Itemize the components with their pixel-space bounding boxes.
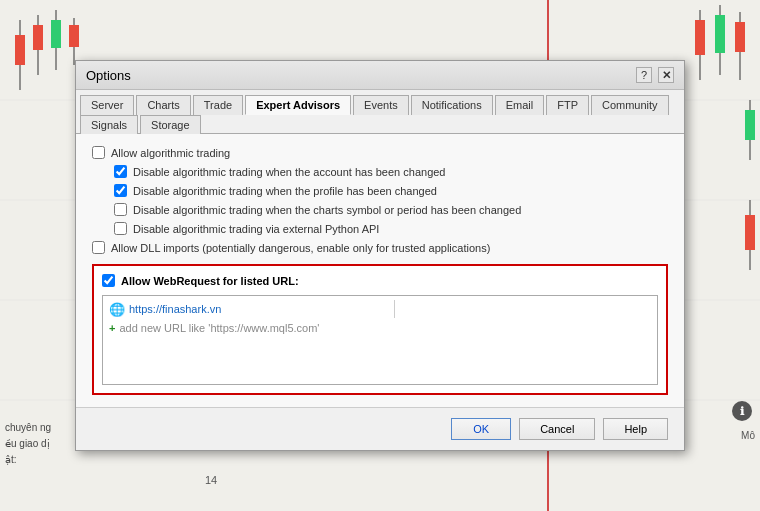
- label-disable-profile-change: Disable algorithmic trading when the pro…: [133, 185, 437, 197]
- plus-icon: +: [109, 322, 115, 334]
- tab-ftp[interactable]: FTP: [546, 95, 589, 115]
- option-disable-symbol-change: Disable algorithmic trading when the cha…: [92, 203, 668, 216]
- option-disable-python-api: Disable algorithmic trading via external…: [92, 222, 668, 235]
- url-list-container: 🌐 https://finashark.vn + add new URL lik…: [102, 295, 658, 385]
- tab-charts[interactable]: Charts: [136, 95, 190, 115]
- url-section: Allow WebRequest for listed URL: 🌐 https…: [92, 264, 668, 395]
- tab-community[interactable]: Community: [591, 95, 669, 115]
- label-disable-python-api: Disable algorithmic trading via external…: [133, 223, 379, 235]
- dialog-title: Options: [86, 68, 131, 83]
- globe-icon: 🌐: [109, 302, 125, 317]
- checkbox-allow-dll-imports[interactable]: [92, 241, 105, 254]
- option-disable-account-change: Disable algorithmic trading when the acc…: [92, 165, 668, 178]
- dialog-footer: OK Cancel Help: [76, 407, 684, 450]
- ok-button[interactable]: OK: [451, 418, 511, 440]
- url-header: Allow WebRequest for listed URL:: [102, 274, 658, 287]
- label-allow-webrequest: Allow WebRequest for listed URL:: [121, 275, 299, 287]
- dialog-controls: ? ✕: [636, 67, 674, 83]
- help-button[interactable]: Help: [603, 418, 668, 440]
- tab-expert-advisors[interactable]: Expert Advisors: [245, 95, 351, 115]
- tab-trade[interactable]: Trade: [193, 95, 243, 115]
- url-add-row[interactable]: + add new URL like 'https://www.mql5.com…: [105, 320, 655, 336]
- checkbox-disable-python-api[interactable]: [114, 222, 127, 235]
- label-allow-dll-imports: Allow DLL imports (potentially dangerous…: [111, 242, 490, 254]
- dialog-overlay: Options ? ✕ Server Charts Trade Expert A…: [0, 0, 760, 511]
- checkbox-disable-account-change[interactable]: [114, 165, 127, 178]
- label-disable-account-change: Disable algorithmic trading when the acc…: [133, 166, 445, 178]
- tab-notifications[interactable]: Notifications: [411, 95, 493, 115]
- option-disable-profile-change: Disable algorithmic trading when the pro…: [92, 184, 668, 197]
- tab-email[interactable]: Email: [495, 95, 545, 115]
- tab-signals[interactable]: Signals: [80, 115, 138, 134]
- dialog-content: Allow algorithmic trading Disable algori…: [76, 134, 684, 407]
- url-add-placeholder: add new URL like 'https://www.mql5.com': [119, 322, 319, 334]
- tab-events[interactable]: Events: [353, 95, 409, 115]
- checkbox-disable-symbol-change[interactable]: [114, 203, 127, 216]
- dialog-help-button[interactable]: ?: [636, 67, 652, 83]
- url-text-finashark: https://finashark.vn: [129, 303, 386, 315]
- checkbox-allow-algo-trading[interactable]: [92, 146, 105, 159]
- label-disable-symbol-change: Disable algorithmic trading when the cha…: [133, 204, 521, 216]
- options-dialog: Options ? ✕ Server Charts Trade Expert A…: [75, 60, 685, 451]
- tab-server[interactable]: Server: [80, 95, 134, 115]
- option-allow-dll-imports: Allow DLL imports (potentially dangerous…: [92, 241, 668, 254]
- checkbox-disable-profile-change[interactable]: [114, 184, 127, 197]
- dialog-tabs: Server Charts Trade Expert Advisors Even…: [76, 90, 684, 134]
- checkbox-allow-webrequest[interactable]: [102, 274, 115, 287]
- option-allow-algo-trading: Allow algorithmic trading: [92, 146, 668, 159]
- tab-storage[interactable]: Storage: [140, 115, 201, 134]
- dialog-close-button[interactable]: ✕: [658, 67, 674, 83]
- dialog-titlebar[interactable]: Options ? ✕: [76, 61, 684, 90]
- url-row-finashark[interactable]: 🌐 https://finashark.vn: [105, 298, 655, 320]
- label-allow-algo-trading: Allow algorithmic trading: [111, 147, 230, 159]
- cancel-button[interactable]: Cancel: [519, 418, 595, 440]
